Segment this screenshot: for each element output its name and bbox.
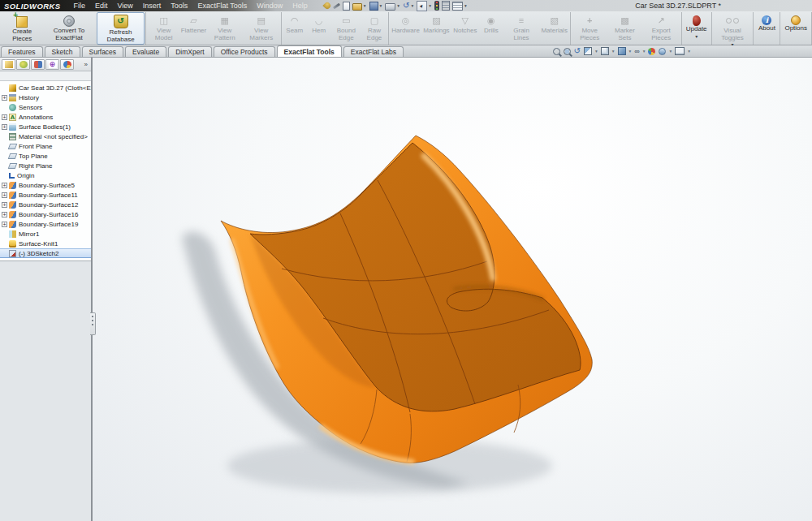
new-document-icon[interactable] (343, 2, 350, 11)
expand-toggle[interactable]: + (2, 183, 7, 188)
expand-toggle[interactable]: + (2, 212, 7, 217)
drills-button[interactable]: Drills (479, 12, 503, 45)
tab-exactflat-labs[interactable]: ExactFlat Labs (343, 46, 404, 57)
zoom-to-area-icon[interactable] (564, 48, 571, 55)
view-pattern-button[interactable]: View Pattern (207, 12, 243, 45)
manager-tab-configurationmanager[interactable] (31, 59, 45, 70)
tree-item-top-plane[interactable]: Top Plane (0, 151, 91, 161)
marker-sets-button[interactable]: Marker Sets (607, 12, 641, 45)
save-icon[interactable] (369, 2, 378, 11)
tree-item-origin[interactable]: Origin (0, 170, 91, 180)
seam-button[interactable]: Seam (283, 12, 307, 45)
visual-toggles-button[interactable]: Visual Toggles▾ (713, 12, 753, 45)
flattener-button[interactable]: Flattener (180, 12, 207, 45)
dropdown-caret[interactable]: ▾ (612, 49, 615, 54)
dropdown-caret[interactable]: ▾ (695, 34, 698, 39)
tree-item-annotations[interactable]: +Annotations (0, 112, 91, 122)
expand-toggle[interactable]: + (2, 124, 7, 130)
pen-icon[interactable] (333, 2, 340, 9)
tree-item-right-plane[interactable]: Right Plane (0, 161, 91, 170)
dropdown-caret[interactable]: ▾ (643, 49, 646, 54)
viewport-canvas[interactable] (93, 58, 812, 521)
grain-lines-button[interactable]: Grain Lines (503, 12, 539, 45)
tab-evaluate[interactable]: Evaluate (125, 46, 166, 57)
dropdown-caret[interactable]: ▾ (595, 49, 598, 54)
tree-item-history[interactable]: +History (0, 93, 91, 102)
bound-edge-button[interactable]: Bound Edge (331, 12, 361, 45)
dropdown-caret[interactable]: ▾ (411, 3, 413, 8)
manager-tab-dimxpertmanager[interactable] (45, 59, 59, 70)
dropdown-caret[interactable]: ▾ (380, 3, 382, 8)
print-icon[interactable] (385, 3, 395, 11)
expand-toggle[interactable]: + (2, 222, 7, 227)
menu-file[interactable]: File (68, 2, 90, 10)
display-style-icon[interactable] (618, 47, 626, 55)
manager-tab-propertymanager[interactable] (16, 59, 30, 70)
export-pieces-button[interactable]: Export Pieces (642, 12, 680, 45)
expand-toggle[interactable]: + (2, 192, 7, 198)
dropdown-caret[interactable]: ▾ (688, 49, 690, 54)
tree-item-surface-bodies-1[interactable]: +Surface Bodies(1) (0, 122, 91, 131)
file-properties-icon[interactable] (442, 1, 450, 11)
expand-toggle[interactable]: + (2, 202, 7, 208)
rebuild-traffic-light-icon[interactable] (434, 1, 439, 11)
expand-toggle[interactable]: + (2, 95, 7, 101)
menu-tools[interactable]: Tools (166, 2, 192, 10)
apply-scene-icon[interactable] (659, 48, 666, 55)
panel-splitter-handle[interactable] (90, 312, 96, 335)
tab-surfaces[interactable]: Surfaces (82, 46, 124, 57)
tree-item-boundary-surface19[interactable]: +Boundary-Surface19 (0, 219, 91, 229)
tree-item-material-not-specified[interactable]: Material <not specified> (0, 131, 91, 141)
dropdown-caret[interactable]: ▾ (364, 3, 366, 8)
notches-button[interactable]: Notches (451, 12, 479, 45)
view-settings-icon[interactable] (675, 47, 685, 55)
materials-button[interactable]: Materials (539, 12, 569, 45)
dropdown-caret[interactable]: ▾ (629, 49, 632, 54)
zoom-to-fit-icon[interactable] (553, 48, 560, 55)
tree-item-3dsketch2[interactable]: (-) 3DSketch2 (0, 248, 91, 258)
open-icon[interactable] (352, 3, 362, 11)
tab-features[interactable]: Features (1, 46, 43, 57)
refresh-database-button[interactable]: Refresh Database (97, 12, 145, 45)
section-view-icon[interactable] (584, 47, 592, 55)
options-button[interactable]: Options (781, 12, 810, 45)
dropdown-caret[interactable]: ▾ (429, 3, 431, 8)
move-pieces-button[interactable]: Move Pieces (572, 12, 607, 45)
menu-view[interactable]: View (112, 2, 137, 10)
edit-appearance-icon[interactable] (648, 48, 655, 55)
tab-dimxpert[interactable]: DimXpert (168, 46, 211, 57)
tab-sketch[interactable]: Sketch (45, 46, 80, 57)
update-button[interactable]: Update▾ (683, 12, 710, 45)
undo-icon[interactable] (403, 2, 409, 10)
create-pieces-button[interactable]: Create Pieces (2, 12, 41, 45)
menu-exactflat-tools[interactable]: ExactFlat Tools (192, 2, 252, 10)
manager-tab-featuremanager-design-tree[interactable] (2, 59, 15, 70)
markings-button[interactable]: Markings (421, 12, 451, 45)
manager-tab-displaymanager[interactable] (60, 59, 74, 70)
view-markers-button[interactable]: View Markers (243, 12, 280, 45)
hardware-button[interactable]: Hardware (390, 12, 421, 45)
menu-edit[interactable]: Edit (90, 2, 113, 10)
menu-help[interactable]: Help (287, 2, 313, 10)
raw-edge-button[interactable]: Raw Edge (361, 12, 387, 45)
hem-button[interactable]: Hem (307, 12, 331, 45)
select-icon[interactable] (417, 1, 427, 11)
previous-view-icon[interactable] (574, 47, 581, 55)
task-list-icon[interactable] (452, 2, 463, 11)
convert-to-exactflat-button[interactable]: Convert To ExactFlat (41, 12, 96, 45)
dropdown-caret[interactable]: ▾ (464, 3, 467, 8)
manager-tab-overflow[interactable]: » (84, 61, 91, 68)
filter-bar[interactable] (0, 71, 91, 81)
tree-item-mirror1[interactable]: Mirror1 (0, 229, 91, 239)
tree-item-front-plane[interactable]: Front Plane (0, 141, 91, 151)
car-seat-model[interactable] (93, 58, 812, 521)
view-orientation-icon[interactable] (601, 47, 609, 55)
tree-item-sensors[interactable]: Sensors (0, 102, 91, 112)
menu-insert[interactable]: Insert (138, 2, 166, 10)
tab-exactflat-tools[interactable]: ExactFlat Tools (277, 45, 342, 57)
tree-item-surface-knit1[interactable]: Surface-Knit1 (0, 239, 91, 248)
view-model-button[interactable]: View Model (147, 12, 180, 45)
tree-item-car-seat-3d-27-cloth-exactflatmo[interactable]: Car Seat 3D.27 (Cloth<ExactFlatMo (0, 83, 91, 93)
tree-item-boundary-surface11[interactable]: +Boundary-Surface11 (0, 190, 91, 200)
about-button[interactable]: About (754, 12, 779, 45)
